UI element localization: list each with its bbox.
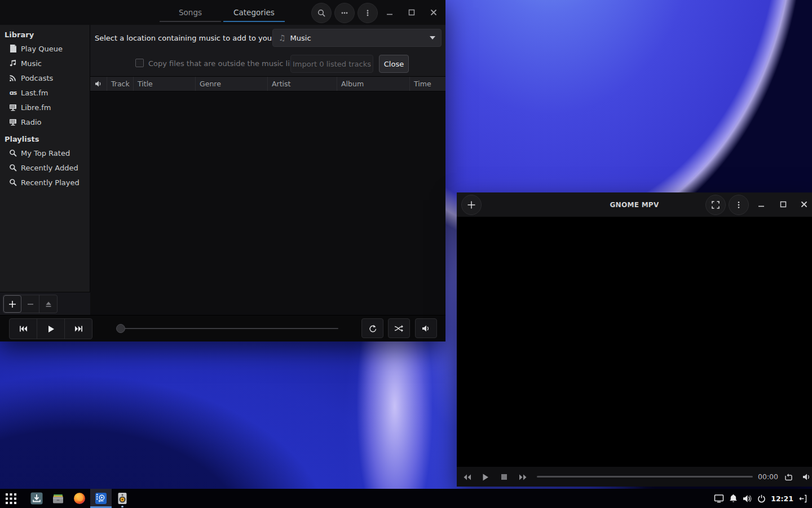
column-header-title[interactable]: Title: [134, 77, 196, 91]
app-grid-icon: [5, 493, 17, 505]
transport-controls: [9, 318, 92, 339]
column-header-time[interactable]: Time: [410, 77, 445, 91]
track-list-empty[interactable]: [90, 91, 445, 315]
app-grid-button[interactable]: [0, 489, 21, 508]
lastfm-icon: ɑs: [8, 88, 17, 97]
import-tracks-button[interactable]: Import 0 listed tracks: [290, 55, 373, 73]
sidebar-item-radio[interactable]: Radio: [0, 115, 90, 129]
sidebar-item-recently-played[interactable]: Recently Played: [0, 175, 90, 190]
next-button[interactable]: [65, 319, 92, 339]
sidebar-item-recently-added[interactable]: Recently Added: [0, 160, 90, 175]
close-import-button[interactable]: Close: [379, 55, 409, 73]
minimize-button[interactable]: [385, 8, 394, 17]
sidebar-item-label: Podcasts: [21, 74, 53, 82]
tab-songs[interactable]: Songs: [158, 0, 222, 25]
copy-files-checkbox[interactable]: [135, 59, 144, 67]
next-icon: [74, 325, 83, 332]
fullscreen-button[interactable]: [705, 195, 726, 215]
eject-button[interactable]: [39, 295, 57, 313]
library-header: Library: [0, 25, 90, 41]
playlist-tool-group: [3, 295, 58, 313]
shuffle-button[interactable]: [388, 318, 410, 338]
taskbar-item-rhythmbox[interactable]: [112, 489, 133, 508]
sidebar-item-play-queue[interactable]: Play Queue: [0, 41, 90, 56]
location-dropdown[interactable]: ♫ Music: [272, 29, 442, 47]
search-button[interactable]: [311, 3, 332, 23]
tab-songs-label: Songs: [179, 8, 202, 17]
column-header-album[interactable]: Album: [337, 77, 410, 91]
software-installer-icon: [30, 492, 43, 505]
sidebar-toolbar: [0, 292, 90, 315]
playing-column-header[interactable]: [90, 77, 107, 91]
tray-expander-icon[interactable]: [798, 494, 807, 503]
play-button[interactable]: [37, 319, 65, 339]
copy-files-label: Copy files that are outside the music li…: [148, 51, 309, 76]
mpv-volume-button[interactable]: [801, 471, 812, 483]
taskbar-item-video-player[interactable]: [90, 489, 112, 508]
video-player-icon: [95, 492, 107, 505]
volume-icon[interactable]: [743, 494, 752, 503]
add-playlist-button[interactable]: [3, 295, 21, 313]
maximize-icon: [408, 9, 415, 16]
system-tray: 12:21: [714, 494, 812, 503]
speaker-icon: [95, 80, 102, 87]
taskbar-item-firefox[interactable]: [69, 489, 90, 508]
mpv-maximize-button[interactable]: [779, 200, 788, 209]
app-menu-button[interactable]: [358, 3, 378, 23]
mpv-minimize-button[interactable]: [757, 200, 766, 209]
close-button[interactable]: [429, 8, 438, 17]
previous-icon: [19, 325, 28, 332]
rhythmbox-player-bar: [0, 315, 445, 341]
stop-icon: [501, 474, 508, 480]
column-header-artist[interactable]: Artist: [268, 77, 337, 91]
sidebar-item-lastfm[interactable]: ɑs Last.fm: [0, 85, 90, 100]
seek-slider-handle[interactable]: [116, 324, 125, 333]
column-header-track[interactable]: Track: [107, 77, 134, 91]
sidebar-item-label: Play Queue: [21, 45, 63, 53]
repeat-button[interactable]: [361, 318, 383, 338]
mpv-window: GNOME MPV 00:00: [457, 192, 812, 487]
seek-slider-track[interactable]: [121, 328, 338, 329]
previous-button[interactable]: [10, 319, 37, 339]
taskbar-item-file-manager[interactable]: [47, 489, 69, 508]
maximize-button[interactable]: [407, 8, 416, 17]
sidebar-item-my-top-rated[interactable]: My Top Rated: [0, 146, 90, 160]
mpv-menu-button[interactable]: [729, 195, 749, 215]
power-icon[interactable]: [757, 494, 766, 503]
sidebar-item-podcasts[interactable]: Podcasts: [0, 71, 90, 85]
notifications-bell-icon[interactable]: [729, 494, 738, 503]
sidebar-item-label: Last.fm: [21, 89, 48, 97]
mpv-loop-button[interactable]: [783, 471, 794, 483]
more-options-button[interactable]: [334, 3, 355, 23]
display-icon[interactable]: [714, 494, 724, 503]
mpv-control-bar: 00:00: [457, 467, 812, 487]
sidebar-item-label: Radio: [21, 118, 42, 126]
clock[interactable]: 12:21: [771, 494, 793, 503]
mpv-rewind-button[interactable]: [461, 471, 473, 483]
rhythmbox-headerbar: Songs Categories: [0, 0, 445, 25]
tab-categories[interactable]: Categories: [222, 0, 286, 25]
mpv-play-button[interactable]: [480, 471, 491, 483]
mpv-headerbar: GNOME MPV: [457, 192, 812, 217]
rhythmbox-sidebar: Library Play Queue Music Podcasts ɑs Las…: [0, 25, 90, 315]
mpv-forward-button[interactable]: [517, 471, 528, 483]
remove-playlist-button[interactable]: [21, 295, 39, 313]
playlist-search-icon: [8, 178, 17, 187]
mpv-video-area[interactable]: [457, 217, 812, 467]
mpv-seek-slider[interactable]: [537, 476, 753, 478]
fast-forward-icon: [519, 474, 527, 480]
maximize-icon: [780, 201, 787, 208]
plus-icon: [8, 300, 16, 308]
sidebar-item-librefm[interactable]: Libre.fm: [0, 100, 90, 115]
volume-button[interactable]: [415, 318, 437, 338]
playlist-search-icon: [8, 148, 17, 157]
mpv-close-button[interactable]: [800, 200, 809, 209]
taskbar-item-software-installer[interactable]: [26, 489, 47, 508]
file-manager-icon: [52, 492, 64, 505]
sidebar-item-music[interactable]: Music: [0, 56, 90, 71]
volume-icon: [422, 325, 431, 332]
mpv-stop-button[interactable]: [498, 471, 510, 483]
column-header-genre[interactable]: Genre: [196, 77, 268, 91]
eject-icon: [45, 300, 52, 308]
play-icon: [482, 474, 489, 481]
